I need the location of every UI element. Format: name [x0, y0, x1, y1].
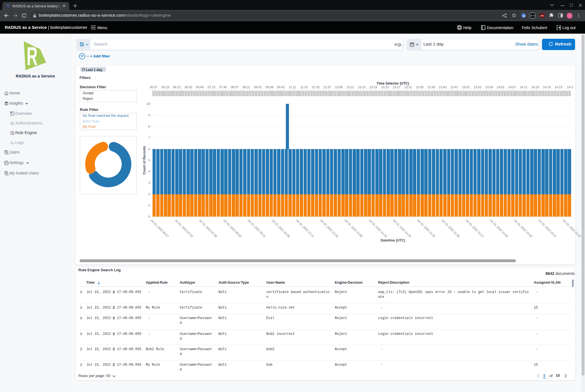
svg-text:R: R [27, 42, 38, 70]
svg-text:uO: uO [541, 14, 544, 17]
